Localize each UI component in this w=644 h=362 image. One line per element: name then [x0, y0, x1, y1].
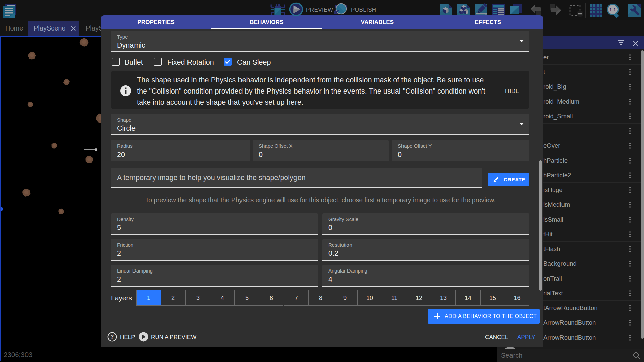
svg-text:?: ? — [111, 334, 114, 340]
svg-text:1:1: 1:1 — [609, 7, 616, 12]
